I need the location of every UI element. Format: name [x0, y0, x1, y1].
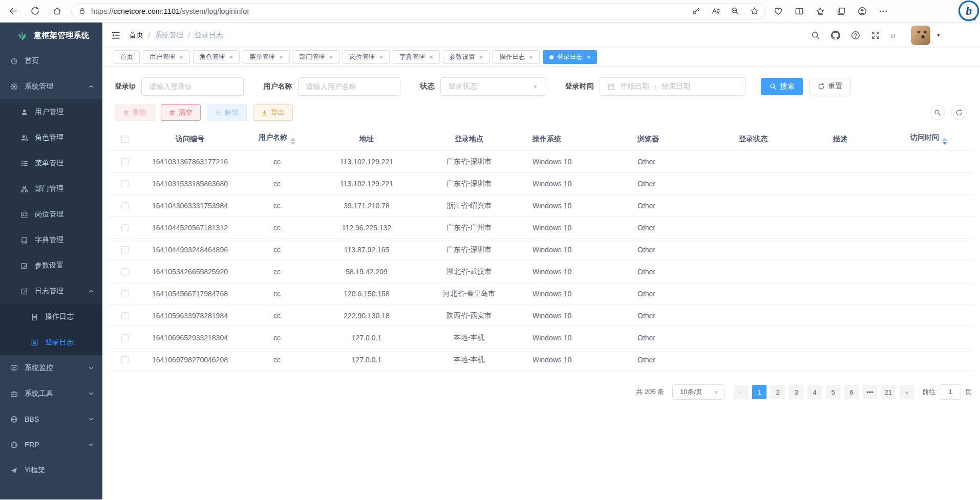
zoom-out-icon[interactable] [731, 7, 739, 15]
search-button[interactable]: 搜索 [761, 78, 803, 95]
tab-菜单管理[interactable]: 菜单管理× [243, 50, 290, 64]
sidebar-item-部门管理[interactable]: 部门管理 [0, 176, 102, 202]
end-date-placeholder[interactable]: 结束日期 [662, 82, 690, 91]
tab-登录日志[interactable]: 登录日志× [543, 50, 598, 64]
fullscreen-icon[interactable] [871, 31, 880, 40]
next-page-button[interactable]: › [900, 385, 914, 399]
more-pages-button[interactable]: ••• [863, 385, 877, 399]
page-button-21[interactable]: 21 [881, 385, 896, 399]
tab-参数设置[interactable]: 参数设置× [443, 50, 490, 64]
column-header-访问时间[interactable]: 访问时间 [884, 127, 974, 151]
user-avatar[interactable] [911, 26, 930, 45]
username-input[interactable] [306, 82, 393, 91]
tab-用户管理[interactable]: 用户管理× [143, 50, 190, 64]
sidebar-item-首页[interactable]: 首页 [0, 48, 102, 74]
sidebar-item-字典管理[interactable]: 字典管理 [0, 227, 102, 253]
column-header-用户名称[interactable]: 用户名称 [239, 127, 315, 151]
row-checkbox[interactable] [121, 224, 129, 231]
unlock-button[interactable]: 解锁 [207, 104, 247, 121]
tab-角色管理[interactable]: 角色管理× [193, 50, 240, 64]
sidebar-item-系统管理[interactable]: 系统管理 [0, 74, 102, 99]
sidebar-item-系统工具[interactable]: 系统工具 [0, 381, 102, 406]
browser-essentials-icon[interactable] [774, 7, 783, 16]
read-aloud-icon[interactable] [711, 7, 720, 15]
add-favorite-icon[interactable] [750, 7, 759, 15]
goto-page-input[interactable]: 1 [940, 384, 961, 400]
split-screen-icon[interactable] [795, 7, 804, 16]
sidebar-item-BBS[interactable]: BBS [0, 406, 102, 432]
tab-字典管理[interactable]: 字典管理× [393, 50, 440, 64]
home-icon[interactable] [52, 6, 62, 16]
login-ip-input[interactable] [149, 82, 236, 91]
reload-icon[interactable] [30, 6, 40, 16]
breadcrumb-item[interactable]: 首页 [129, 31, 143, 40]
select-all-checkbox[interactable] [121, 136, 129, 143]
sidebar-item-系统监控[interactable]: 系统监控 [0, 355, 102, 381]
refresh-table-button[interactable] [951, 105, 967, 120]
browser-menu-icon[interactable] [879, 7, 888, 16]
sort-caret-icon[interactable] [942, 138, 947, 145]
row-checkbox[interactable] [121, 356, 129, 363]
row-checkbox[interactable] [121, 180, 129, 187]
avatar-caret-icon[interactable]: ▼ [936, 32, 941, 38]
prev-page-button[interactable]: ‹ [734, 385, 748, 399]
row-checkbox[interactable] [121, 246, 129, 253]
page-size-select[interactable]: 10条/页 ▼ [672, 384, 725, 400]
page-button-2[interactable]: 2 [771, 385, 785, 399]
page-button-4[interactable]: 4 [807, 385, 822, 399]
sidebar-item-操作日志[interactable]: 操作日志 [0, 304, 102, 330]
tab-岗位管理[interactable]: 岗位管理× [343, 50, 390, 64]
tab-close-icon[interactable]: × [279, 54, 283, 60]
sidebar-item-用户管理[interactable]: 用户管理 [0, 99, 102, 125]
row-checkbox[interactable] [121, 312, 129, 319]
tab-操作日志[interactable]: 操作日志× [493, 50, 540, 64]
lock-icon[interactable] [78, 7, 86, 15]
sidebar-item-ERP[interactable]: ERP [0, 432, 102, 458]
login-ip-field[interactable] [141, 77, 244, 96]
start-date-placeholder[interactable]: 开始日期 [620, 82, 649, 91]
row-checkbox[interactable] [121, 268, 129, 275]
username-field[interactable] [298, 77, 400, 96]
sidebar-item-角色管理[interactable]: 角色管理 [0, 125, 102, 150]
sidebar-item-登录日志[interactable]: 登录日志 [0, 330, 102, 355]
toggle-search-button[interactable] [930, 105, 945, 120]
help-icon[interactable] [851, 31, 860, 40]
password-key-icon[interactable] [692, 7, 700, 15]
sidebar-item-参数设置[interactable]: 参数设置 [0, 253, 102, 278]
breadcrumb-item[interactable]: 登录日志 [195, 31, 223, 40]
date-range-picker[interactable]: 开始日期 - 结束日期 [600, 77, 745, 96]
status-select[interactable]: 登录状态 ▼ [440, 77, 545, 96]
tab-close-icon[interactable]: × [429, 54, 433, 60]
tab-部门管理[interactable]: 部门管理× [293, 50, 340, 64]
breadcrumb-item[interactable]: 系统管理 [155, 31, 183, 40]
sidebar-item-日志管理[interactable]: 日志管理 [0, 278, 102, 304]
delete-button[interactable]: 删除 [115, 104, 155, 121]
sort-caret-icon[interactable] [290, 138, 295, 145]
row-checkbox[interactable] [121, 290, 129, 297]
reset-button[interactable]: 重置 [809, 78, 851, 95]
tab-close-icon[interactable]: × [379, 54, 383, 60]
font-size-icon[interactable] [891, 31, 900, 40]
row-checkbox[interactable] [121, 202, 129, 209]
bing-caret-icon[interactable]: ▼ [972, 17, 977, 22]
sidebar-item-Yi框架[interactable]: Yi框架 [0, 458, 102, 483]
row-checkbox[interactable] [121, 334, 129, 341]
menu-fold-icon[interactable] [111, 30, 121, 40]
tab-close-icon[interactable]: × [329, 54, 333, 60]
address-bar[interactable]: https://ccnetcore.com:1101/system/log/lo… [71, 3, 765, 19]
clear-button[interactable]: 清空 [161, 104, 201, 121]
url-text[interactable]: https://ccnetcore.com:1101/system/log/lo… [91, 7, 692, 15]
search-icon[interactable] [811, 31, 820, 40]
favorites-icon[interactable] [816, 7, 825, 16]
tab-close-icon[interactable]: × [229, 54, 233, 60]
page-button-6[interactable]: 6 [844, 385, 859, 399]
page-button-3[interactable]: 3 [789, 385, 803, 399]
tab-close-icon[interactable]: × [479, 54, 483, 60]
tab-首页[interactable]: 首页 [114, 50, 140, 64]
github-icon[interactable] [831, 31, 840, 40]
tab-close-icon[interactable]: × [587, 54, 591, 60]
collections-icon[interactable] [837, 7, 846, 16]
row-checkbox[interactable] [121, 158, 129, 165]
page-button-5[interactable]: 5 [826, 385, 840, 399]
app-logo[interactable]: 意框架管理系统 [0, 23, 102, 48]
